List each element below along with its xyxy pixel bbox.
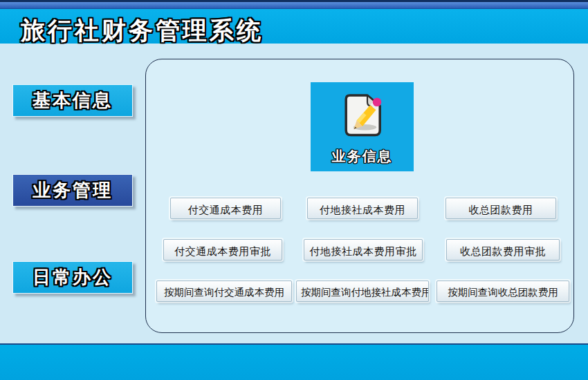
pay-transport-cost-button[interactable]: 付交通成本费用 [170,198,281,219]
sidebar-item-business-management[interactable]: 业务管理 [12,174,133,207]
note-pencil-icon [338,91,387,139]
query-ground-agency-cost-by-period-button[interactable]: 按期间查询付地接社成本费用 [296,281,429,302]
pay-transport-cost-approval-button[interactable]: 付交通成本费用审批 [163,239,282,260]
sidebar-item-basic-info[interactable]: 基本信息 [12,84,133,117]
query-transport-cost-by-period-button[interactable]: 按期间查询付交通成本费用 [156,281,292,302]
pay-ground-agency-cost-button[interactable]: 付地接社成本费用 [307,198,418,219]
business-info-tile-label: 业务信息 [332,147,393,166]
top-blue-band [0,2,588,9]
main-panel: 业务信息 付交通成本费用 付地接社成本费用 收总团款费用 付交通成本费用审批 付… [145,59,574,333]
sidebar-item-daily-office[interactable]: 日常办公 [12,261,133,294]
query-group-payment-by-period-button[interactable]: 按期间查询收总团款费用 [437,281,569,302]
business-info-tile[interactable]: 业务信息 [311,82,414,171]
footer-bar [0,343,588,380]
pay-ground-agency-cost-approval-button[interactable]: 付地接社成本费用审批 [304,239,423,260]
receive-group-payment-approval-button[interactable]: 收总团款费用审批 [446,239,560,260]
header-bar: 旅行社财务管理系统 [0,9,588,44]
receive-group-payment-button[interactable]: 收总团款费用 [445,198,556,219]
app-title: 旅行社财务管理系统 [21,15,264,47]
